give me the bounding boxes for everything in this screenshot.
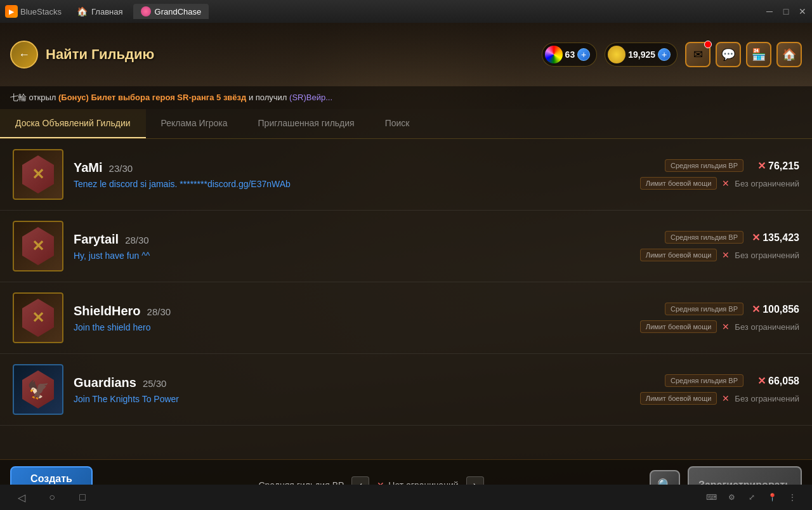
emblem-shield [13, 292, 63, 343]
minimize-button[interactable]: ─ [765, 7, 774, 16]
rainbow-plus-button[interactable]: + [577, 48, 590, 61]
limit-value-row: ✕ Без ограничений [722, 250, 799, 260]
tab-invited-guild[interactable]: Приглашенная гильдия [243, 109, 370, 138]
bluestacks-label: BlueStacks [20, 7, 62, 16]
limit-icon: ✕ [722, 250, 730, 260]
guild-description: Hy, just have fun ^^ [74, 251, 630, 261]
shop-button[interactable]: 🏪 [746, 42, 771, 67]
limit-stat-row: Лимит боевой мощи ✕ Без ограничений [640, 392, 799, 405]
guild-name: ShieldHero [74, 304, 141, 318]
os-back-button[interactable]: ◁ [13, 488, 30, 506]
tab-player-ads[interactable]: Реклама Игрока [146, 109, 243, 138]
resize-icon[interactable]: ⤢ [745, 490, 759, 504]
bp-value: ✕76,215 [749, 160, 799, 172]
emblem-cross-icon [32, 237, 44, 255]
home-button[interactable]: 🏠 [776, 42, 802, 67]
location-icon[interactable]: 📍 [765, 490, 779, 504]
limit-icon: ✕ [722, 178, 730, 188]
guild-members: 28/30 [125, 235, 149, 245]
gold-plus-button[interactable]: + [658, 48, 671, 61]
back-button[interactable] [10, 41, 38, 69]
tab-grandchase[interactable]: GrandChase [133, 4, 209, 19]
os-bar: ◁ ○ □ ⌨ ⚙ ⤢ 📍 ⋮ [0, 485, 812, 510]
maximize-button[interactable]: □ [782, 7, 790, 16]
limit-stat-row: Лимит боевой мощи ✕ Без ограничений [640, 320, 799, 333]
mail-notification-dot [704, 41, 712, 48]
bp-stat-row: Средняя гильдия BP ✕100,856 [665, 303, 799, 315]
emblem-shield: 🦅 [13, 364, 63, 415]
tab-home[interactable]: 🏠 Главная [69, 4, 130, 19]
ticker-bar: 七輪 открыл (Бонус) Билет выбора героя SR-… [0, 86, 812, 109]
tab-search[interactable]: Поиск [370, 109, 425, 138]
limit-label: Лимит боевой мощи [640, 320, 717, 333]
gold-value: 19,925 [628, 49, 655, 60]
bp-label: Средняя гильдия BP [665, 159, 743, 172]
settings-icon[interactable]: ⚙ [724, 490, 738, 504]
main-panel: Доска Объявлений Гильдии Реклама Игрока … [0, 109, 812, 459]
guild-members: 23/30 [109, 163, 133, 174]
top-nav: Найти Гильдию 63 + 19,925 + ✉ 💬 🏪 [0, 23, 812, 86]
emblem-shield [13, 149, 63, 200]
guild-name: Farytail [74, 232, 119, 247]
guild-stats: Средняя гильдия BP ✕100,856 Лимит боевой… [640, 303, 799, 333]
limit-icon: ✕ [722, 393, 730, 403]
emblem-wing-icon: 🦅 [27, 379, 49, 400]
guild-name: Guardians [74, 376, 136, 390]
title-bar-right: ─ □ ✕ [765, 7, 807, 16]
guild-list: YaMi 23/30 Tenez le discord si jamais. *… [0, 139, 812, 456]
guild-list-item[interactable]: 🦅 Guardians 25/30 Join The Knights To Po… [0, 354, 812, 426]
rainbow-icon [545, 46, 563, 63]
keyboard-icon[interactable]: ⌨ [704, 490, 718, 504]
limit-icon: ✕ [722, 322, 730, 332]
os-bar-right: ⌨ ⚙ ⤢ 📍 ⋮ [704, 490, 799, 504]
limit-value: Без ограничений [735, 179, 799, 188]
guild-info: ShieldHero 28/30 Join the shield hero [74, 304, 630, 332]
limit-label: Лимит боевой мощи [640, 177, 717, 190]
guild-stats: Средняя гильдия BP ✕76,215 Лимит боевой … [640, 159, 799, 190]
bp-label: Средняя гильдия BP [665, 374, 743, 387]
limit-stat-row: Лимит боевой мощи ✕ Без ограничений [640, 177, 799, 190]
tabs-row: Доска Объявлений Гильдии Реклама Игрока … [0, 109, 812, 139]
tab-bulletin-board[interactable]: Доска Объявлений Гильдии [0, 109, 146, 138]
os-home-button[interactable]: ○ [43, 488, 61, 506]
bp-value: ✕100,856 [749, 303, 799, 315]
guild-info: YaMi 23/30 Tenez le discord si jamais. *… [74, 160, 630, 189]
guild-members: 25/30 [143, 378, 167, 389]
mail-button[interactable]: ✉ [685, 42, 710, 67]
guild-stats: Средняя гильдия BP ✕135,423 Лимит боевой… [640, 231, 799, 261]
os-menu-button[interactable]: □ [74, 488, 91, 506]
guild-list-item[interactable]: ShieldHero 28/30 Join the shield hero Ср… [0, 282, 812, 354]
bp-stat-row: Средняя гильдия BP ✕76,215 [665, 159, 799, 172]
limit-value-row: ✕ Без ограничений [722, 322, 799, 332]
guild-description: Join the shield hero [74, 322, 630, 332]
bp-label: Средняя гильдия BP [665, 231, 743, 244]
close-button[interactable]: ✕ [798, 7, 807, 16]
ticker-text: 七輪 открыл (Бонус) Билет выбора героя SR-… [10, 92, 332, 103]
guild-members: 28/30 [147, 306, 171, 317]
limit-value: Без ограничений [735, 251, 799, 260]
title-bar: ▶ BlueStacks 🏠 Главная GrandChase ─ □ ✕ [0, 0, 812, 23]
page-title: Найти Гильдию [46, 46, 154, 63]
guild-description: Join The Knights To Power [74, 394, 630, 404]
guild-list-item[interactable]: Farytail 28/30 Hy, just have fun ^^ Сред… [0, 211, 812, 282]
limit-stat-row: Лимит боевой мощи ✕ Без ограничений [640, 249, 799, 261]
gold-currency: 19,925 + [605, 43, 678, 67]
bp-value: ✕135,423 [749, 232, 799, 244]
guild-stats: Средняя гильдия BP ✕66,058 Лимит боевой … [640, 374, 799, 405]
gold-icon [608, 46, 625, 63]
limit-value-row: ✕ Без ограничений [722, 178, 799, 188]
bp-stat-row: Средняя гильдия BP ✕135,423 [665, 231, 799, 244]
rainbow-currency: 63 + [542, 43, 598, 67]
emblem-shield [13, 221, 63, 271]
limit-value: Без ограничений [735, 322, 799, 332]
emblem-cross-icon [32, 166, 44, 183]
chat-button[interactable]: 💬 [716, 42, 741, 67]
guild-emblem: 🦅 [13, 364, 63, 415]
limit-value-row: ✕ Без ограничений [722, 393, 799, 403]
bp-value: ✕66,058 [749, 375, 799, 387]
bp-label: Средняя гильдия BP [665, 303, 743, 315]
title-bar-left: ▶ BlueStacks 🏠 Главная GrandChase [5, 4, 209, 19]
guild-list-item[interactable]: YaMi 23/30 Tenez le discord si jamais. *… [0, 139, 812, 211]
more-icon[interactable]: ⋮ [785, 490, 799, 504]
limit-label: Лимит боевой мощи [640, 392, 717, 405]
